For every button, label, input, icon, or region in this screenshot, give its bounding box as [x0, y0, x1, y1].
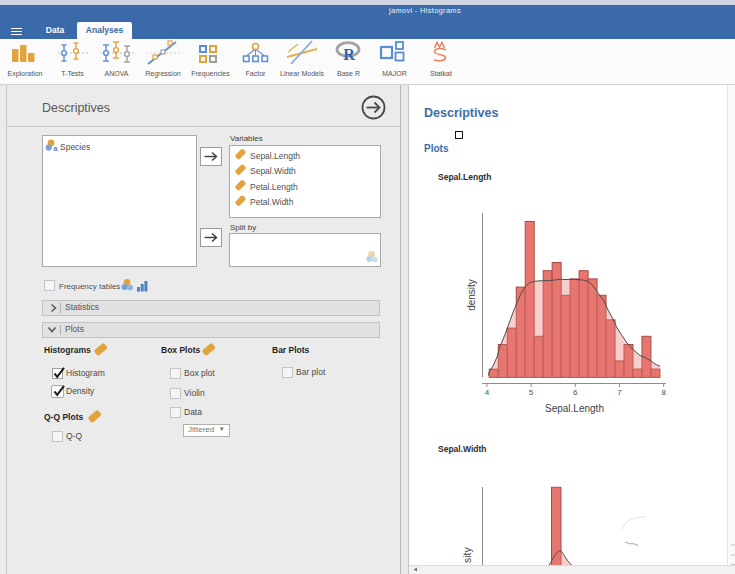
svg-text:sity: sity: [461, 547, 473, 564]
svg-text:5: 5: [529, 388, 534, 397]
svg-text:8: 8: [661, 388, 666, 397]
svg-text:Sepal.Length: Sepal.Length: [545, 403, 604, 414]
svg-text:R: R: [343, 46, 355, 63]
svg-text:density: density: [466, 279, 477, 311]
svg-text:6: 6: [573, 388, 578, 397]
svg-text:7: 7: [617, 388, 622, 397]
svg-text:a: a: [54, 145, 58, 152]
svg-text:4: 4: [485, 388, 490, 397]
